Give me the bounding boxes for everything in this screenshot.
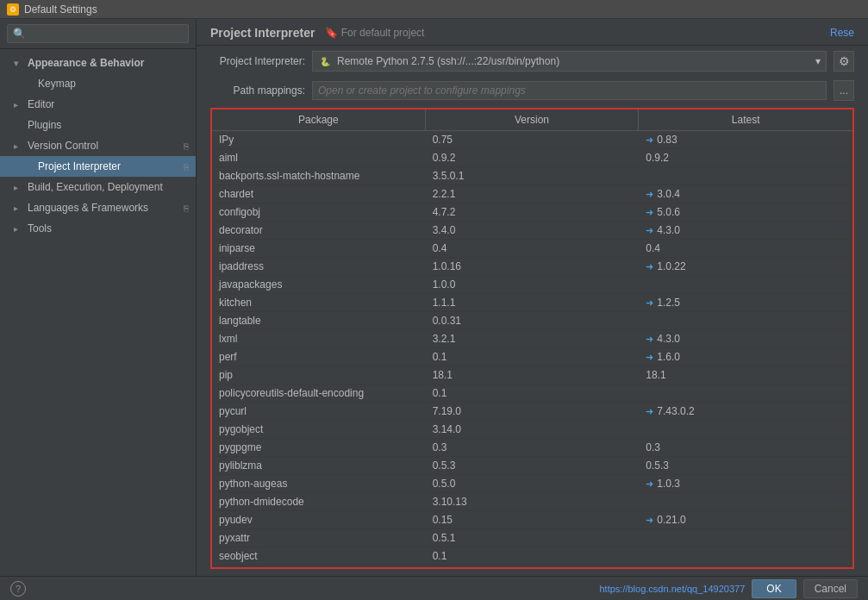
table-header: Package Version Latest (212, 109, 852, 131)
cell-version: 0.15 (426, 511, 640, 528)
cell-latest: ➜ 4.3.0 (639, 222, 852, 239)
table-row[interactable]: policycoreutils-default-encoding0.1 (212, 384, 852, 403)
content-area: Project Interpreter 🔖 For default projec… (197, 19, 868, 576)
cell-package: javapackages (212, 276, 426, 293)
cancel-button[interactable]: Cancel (803, 579, 858, 598)
table-row[interactable]: sepolicy1.1 (212, 566, 852, 567)
table-row[interactable]: kitchen1.1.1➜ 1.2.5 (212, 294, 852, 312)
bottom-link[interactable]: https://blog.csdn.net/qq_14920377 (599, 584, 745, 594)
cell-package: lxml (212, 330, 426, 347)
table-row[interactable]: configobj4.7.2➜ 5.0.6 (212, 203, 852, 222)
cell-latest: 0.5.3 (639, 457, 852, 474)
update-arrow-icon: ➜ (646, 352, 653, 363)
subtitle: 🔖 For default project (325, 27, 424, 39)
path-input[interactable] (312, 81, 827, 100)
cell-package: decorator (212, 222, 426, 239)
path-row: Path mappings: ... (197, 77, 868, 104)
table-row[interactable]: pyudev0.15➜ 0.21.0 (212, 511, 852, 529)
bottom-bar: ? https://blog.csdn.net/qq_14920377 OK C… (0, 576, 868, 600)
cell-package: pyliblzma (212, 457, 426, 474)
table-row[interactable]: python-augeas0.5.0➜ 1.0.3 (212, 475, 852, 493)
cell-version: 3.2.1 (426, 330, 640, 347)
update-arrow-icon: ➜ (646, 207, 653, 218)
sidebar-item-keymap[interactable]: Keymap (0, 73, 196, 94)
table-row[interactable]: ipaddress1.0.16➜ 1.0.22 (212, 258, 852, 276)
content-title: Project Interpreter 🔖 For default projec… (210, 26, 424, 40)
cell-latest (639, 312, 852, 329)
sidebar-item-tools[interactable]: ▸ Tools (0, 218, 196, 239)
interpreter-row: Project Interpreter: 🐍 Remote Python 2.7… (197, 46, 868, 77)
sidebar-item-build[interactable]: ▸ Build, Execution, Deployment (0, 177, 196, 197)
cell-package: ipaddress (212, 258, 426, 275)
help-icon[interactable]: ? (10, 581, 26, 597)
col-latest: Latest (639, 109, 852, 130)
cell-package: pycurl (212, 403, 426, 420)
cell-latest (639, 493, 852, 510)
cell-package: iniparse (212, 240, 426, 257)
interpreter-select[interactable]: 🐍 Remote Python 2.7.5 (ssh://...:22/usr/… (312, 51, 827, 72)
table-row[interactable]: pygpgme0.3 0.3 (212, 439, 852, 457)
page-title: Project Interpreter (210, 26, 315, 40)
update-arrow-icon: ➜ (646, 334, 653, 345)
cell-version: 0.3 (426, 439, 640, 456)
table-row[interactable]: langtable0.0.31 (212, 312, 852, 330)
cell-latest (639, 529, 852, 547)
search-box[interactable] (0, 19, 196, 49)
cell-package: pyxattr (212, 529, 426, 547)
cell-version: 1.0.16 (426, 258, 640, 275)
update-arrow-icon: ➜ (646, 406, 653, 417)
table-row[interactable]: pip18.1 18.1 (212, 366, 852, 384)
main-container: ▾ Appearance & Behavior Keymap ▸ Editor … (0, 19, 868, 576)
sidebar-item-languages[interactable]: ▸ Languages & Frameworks ⎘ (0, 197, 196, 218)
interpreter-label: Project Interpreter: (210, 55, 305, 67)
table-row[interactable]: pyxattr0.5.1 (212, 529, 852, 547)
cell-version: 0.5.1 (426, 529, 640, 547)
table-row[interactable]: backports.ssl-match-hostname3.5.0.1 (212, 167, 852, 185)
table-row[interactable]: pyliblzma0.5.3 0.5.3 (212, 457, 852, 475)
table-row[interactable]: lxml3.2.1➜ 4.3.0 (212, 330, 852, 348)
table-row[interactable]: perf0.1➜ 1.6.0 (212, 348, 852, 366)
table-row[interactable]: javapackages1.0.0 (212, 276, 852, 294)
cell-latest (639, 276, 852, 293)
search-input[interactable] (7, 24, 189, 43)
cell-version: 3.14.0 (426, 421, 640, 438)
cell-package: python-augeas (212, 475, 426, 492)
ok-button[interactable]: OK (752, 579, 796, 598)
sidebar-item-editor[interactable]: ▸ Editor (0, 94, 196, 115)
cell-latest: 18.1 (639, 366, 852, 384)
sidebar-item-appearance[interactable]: ▾ Appearance & Behavior (0, 53, 196, 73)
table-row[interactable]: chardet2.2.1➜ 3.0.4 (212, 185, 852, 203)
gear-button[interactable]: ⚙ (834, 51, 854, 72)
table-row[interactable]: IPy0.75➜ 0.83 (212, 131, 852, 149)
reset-link[interactable]: Rese (830, 27, 854, 39)
expand-icon: ▸ (14, 224, 24, 234)
table-row[interactable]: aiml0.9.2 0.9.2 (212, 149, 852, 167)
cell-version: 0.1 (426, 384, 640, 402)
cell-version: 18.1 (426, 366, 640, 384)
cell-version: 3.4.0 (426, 222, 640, 239)
expand-icon: ▸ (14, 183, 24, 192)
cell-version: 0.5.3 (426, 457, 640, 474)
cell-latest: ➜ 1.2.5 (639, 294, 852, 311)
interpreter-value: 🐍 Remote Python 2.7.5 (ssh://...:22/usr/… (318, 54, 559, 68)
cell-version: 0.75 (426, 131, 640, 148)
cell-package: pip (212, 366, 426, 384)
table-row[interactable]: pygobject3.14.0 (212, 421, 852, 439)
cell-latest: 0.3 (639, 439, 852, 456)
path-ellipsis-button[interactable]: ... (834, 80, 854, 101)
table-body: IPy0.75➜ 0.83aiml0.9.2 0.9.2backports.ss… (212, 131, 852, 567)
cell-package: seobject (212, 547, 426, 565)
table-row[interactable]: python-dmidecode3.10.13 (212, 493, 852, 511)
cell-package: perf (212, 348, 426, 366)
cell-latest: 0.9.2 (639, 149, 852, 166)
sidebar-item-project-interpreter[interactable]: Project Interpreter ⎘ (0, 156, 196, 177)
table-row[interactable]: iniparse0.4 0.4 (212, 240, 852, 258)
cell-version: 0.0.31 (426, 312, 640, 329)
sidebar-item-plugins[interactable]: Plugins (0, 115, 196, 135)
cell-package: configobj (212, 203, 426, 221)
table-row[interactable]: decorator3.4.0➜ 4.3.0 (212, 222, 852, 240)
cell-version: 4.7.2 (426, 203, 640, 221)
sidebar-item-version-control[interactable]: ▸ Version Control ⎘ (0, 135, 196, 156)
table-row[interactable]: seobject0.1 (212, 547, 852, 566)
table-row[interactable]: pycurl7.19.0➜ 7.43.0.2 (212, 403, 852, 421)
